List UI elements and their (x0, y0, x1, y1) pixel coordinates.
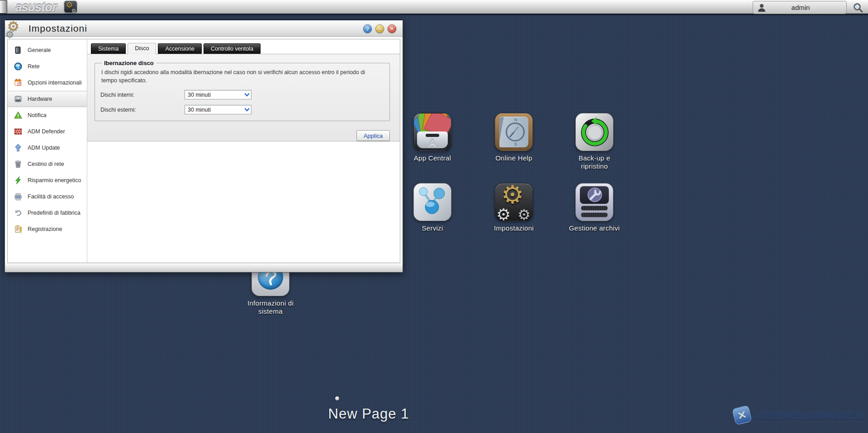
settings-main-area: Sistema Disco Accensione Controllo vento… (87, 39, 400, 263)
sidebar-item-hardware[interactable]: Hardware (8, 91, 87, 107)
desktop-icon-label: Back-up e ripristino (568, 154, 621, 170)
tab-accensione[interactable]: Accensione (158, 43, 202, 54)
user-menu[interactable]: admin (753, 1, 847, 14)
desktop-icon-label: Informazioni di sistema (244, 299, 297, 315)
internal-disks-label: Dischi interni: (100, 92, 185, 98)
desktop-icon-impostazioni[interactable]: ⚙⚙⚙ Impostazioni (480, 183, 548, 232)
selected-value: 30 minuti (185, 92, 211, 98)
xtremehardware-x-icon: ✕ (732, 405, 752, 425)
update-arrow-icon (14, 143, 23, 152)
desktop-icon-label: Gestione archivi (568, 224, 621, 232)
undo-icon (14, 208, 23, 217)
minimize-button[interactable]: — (375, 24, 384, 33)
selected-value: 30 minuti (185, 107, 211, 113)
warning-icon (14, 111, 23, 120)
sidebar-item-label: Hardware (28, 96, 52, 103)
sidebar-item-label: ADM Update (28, 145, 60, 151)
sidebar-item-label: Risparmio energetico (28, 177, 81, 184)
sidebar-item-notifica[interactable]: Notifica (8, 107, 87, 123)
sidebar-item-facilita-di-accesso[interactable]: Facilità di accesso (8, 188, 87, 205)
tab-disco[interactable]: Disco (128, 43, 156, 54)
chevron-down-icon (243, 108, 251, 112)
desktop-icon-label: App Central (406, 154, 459, 162)
window-footer (5, 263, 403, 272)
sidebar-item-adm-update[interactable]: ADM Update (8, 140, 87, 156)
settings-window: ⚙⚙ Impostazioni ? — ✕ Generale Rete Opzi… (5, 18, 403, 273)
tab-sistema[interactable]: Sistema (91, 43, 126, 54)
tab-strip: Sistema Disco Accensione Controllo vento… (91, 43, 400, 54)
chevron-down-icon (243, 93, 251, 97)
desktop-icon-label: Online Help (487, 154, 541, 162)
sidebar-item-label: ADM Defender (28, 128, 65, 135)
window-title: Impostazioni (28, 23, 87, 34)
online-help-book-compass-icon: NS (495, 113, 533, 151)
app-central-icon: A (413, 113, 451, 151)
disk-tab-panel: Ibernazione disco I dischi rigidi accedo… (87, 54, 400, 141)
user-icon (757, 3, 767, 13)
storage-manager-icon (575, 183, 613, 221)
username-label: admin (767, 4, 846, 11)
sidebar-item-label: Generale (28, 47, 51, 54)
external-disks-select[interactable]: 30 minuti (185, 105, 251, 114)
calendar-clock-icon (14, 78, 23, 87)
help-button[interactable]: ? (363, 24, 372, 33)
asustor-logo: asustor (15, 0, 57, 14)
printer-icon (14, 192, 23, 201)
sidebar-item-label: Opzioni internazionali (28, 80, 82, 86)
clipboard-icon (14, 225, 23, 234)
desktop-icon-online-help[interactable]: NS Online Help (480, 113, 548, 162)
xtremehardware-watermark: ✕ xtremehardware.it (734, 407, 864, 424)
watermark-text: xtremehardware.it (755, 408, 864, 422)
sidebar-item-label: Notifica (28, 112, 47, 119)
external-disks-row: Dischi esterni: 30 minuti (100, 105, 384, 114)
firewall-icon (14, 127, 23, 136)
hibernation-description: I dischi rigidi accedono alla modalità i… (101, 69, 377, 85)
gear-icon: ⚙ (71, 8, 76, 13)
sidebar-item-registrazione[interactable]: Registrazione (8, 221, 87, 237)
hibernation-fieldset: Ibernazione disco I dischi rigidi accedo… (95, 60, 390, 121)
desktop-icon-gestione-archivi[interactable]: Gestione archivi (560, 183, 628, 232)
desktop-icon-app-central[interactable]: A App Central (398, 113, 466, 162)
globe-icon (14, 62, 23, 71)
sidebar-item-cestino-di-rete[interactable]: Cestino di rete (8, 156, 87, 172)
close-button[interactable]: ✕ (388, 24, 396, 33)
sidebar-item-rete[interactable]: Rete (8, 58, 87, 75)
desktop-icon-label: Impostazioni (487, 224, 541, 232)
tab-controllo-ventola[interactable]: Controllo ventola (204, 43, 261, 54)
page-name-label: New Page 1 (312, 406, 425, 422)
settings-gears-icon: ⚙⚙⚙ (495, 183, 533, 221)
settings-sidebar: Generale Rete Opzioni internazionali Har… (8, 39, 87, 263)
sidebar-item-predefiniti-di-fabbrica[interactable]: Predefiniti di fabbrica (8, 205, 87, 221)
sidebar-item-generale[interactable]: Generale (8, 42, 87, 58)
apply-button[interactable]: Applica (356, 130, 390, 141)
desktop-icon-backup[interactable]: Back-up e ripristino (560, 113, 628, 170)
settings-gears-icon: ⚙⚙ (6, 20, 24, 37)
sidebar-item-label: Predefiniti di fabbrica (28, 210, 81, 216)
desktop-icon-label: Servizi (406, 224, 459, 232)
window-titlebar[interactable]: ⚙⚙ Impostazioni ? — ✕ (5, 19, 403, 37)
sidebar-item-adm-defender[interactable]: ADM Defender (8, 123, 87, 140)
sidebar-item-risparmio-energetico[interactable]: Risparmio energetico (8, 172, 87, 188)
hard-disk-icon (14, 94, 23, 104)
taskbar-item-impostazioni[interactable]: ⚙ ⚙ (64, 0, 77, 13)
backup-restore-icon (575, 113, 613, 151)
page-indicator-dot[interactable] (335, 396, 339, 400)
panel-grip-handle[interactable] (0, 0, 7, 14)
sidebar-item-label: Rete (28, 63, 39, 70)
topbar: asustor ⚙ ⚙ admin (0, 0, 868, 15)
server-icon (14, 46, 23, 55)
external-disks-label: Dischi esterni: (100, 107, 185, 113)
sidebar-item-label: Facilità di accesso (28, 193, 74, 200)
internal-disks-row: Dischi interni: 30 minuti (100, 90, 384, 99)
sidebar-item-opzioni-internazionali[interactable]: Opzioni internazionali (8, 75, 87, 91)
sidebar-item-label: Cestino di rete (28, 161, 64, 168)
search-icon (853, 2, 863, 13)
trash-icon (14, 160, 23, 169)
internal-disks-select[interactable]: 30 minuti (185, 90, 251, 99)
fieldset-legend: Ibernazione disco (102, 60, 156, 66)
sidebar-item-label: Registrazione (28, 226, 62, 233)
lightning-icon (14, 176, 23, 185)
services-molecule-icon (413, 183, 451, 221)
desktop-icon-servizi[interactable]: Servizi (398, 183, 466, 232)
search-button[interactable] (853, 2, 863, 13)
